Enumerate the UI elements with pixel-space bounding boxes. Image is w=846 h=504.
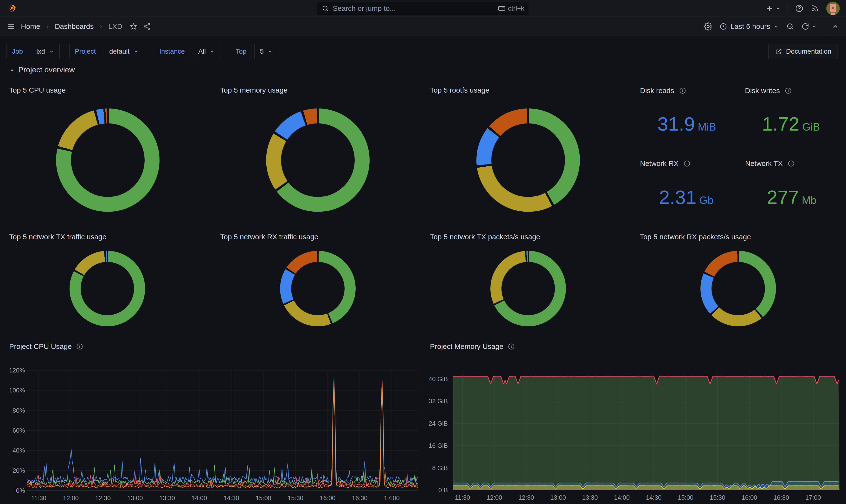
chevron-down-icon <box>210 49 215 54</box>
zoom-out-icon[interactable] <box>786 22 794 31</box>
variable-top-select[interactable]: 5 <box>254 44 278 59</box>
chevron-down-icon <box>49 49 54 54</box>
variable-job-label[interactable]: Job <box>6 44 29 59</box>
section-title: Project overview <box>18 66 75 74</box>
donut-chart-net-rx-packets[interactable] <box>701 251 776 326</box>
documentation-label: Documentation <box>786 48 831 55</box>
breadcrumb-home[interactable]: Home <box>21 22 40 31</box>
global-search[interactable]: ctrl+k <box>317 2 529 15</box>
stat-network-tx-title: Network TX <box>745 159 795 167</box>
svg-text:14:00: 14:00 <box>614 494 630 501</box>
info-icon[interactable] <box>679 87 686 94</box>
info-icon[interactable] <box>683 160 691 167</box>
svg-text:14:30: 14:30 <box>646 494 662 501</box>
share-icon[interactable] <box>143 23 151 30</box>
panel-title[interactable]: Top 5 network TX traffic usage <box>9 233 106 241</box>
time-range-picker[interactable]: Last 6 hours <box>719 22 779 31</box>
top-bar: ctrl+k <box>0 0 846 17</box>
svg-text:12:30: 12:30 <box>518 494 534 501</box>
donut-chart-net-tx-packets[interactable] <box>490 251 566 326</box>
panel-project-memory-usage: Project Memory Usage 0 B8 GiB16 GiB24 Gi… <box>421 339 846 504</box>
collapse-chevron-up-icon[interactable] <box>832 23 839 30</box>
panel-title[interactable]: Top 5 memory usage <box>220 86 287 94</box>
grafana-logo-icon[interactable] <box>6 3 17 14</box>
svg-text:16:00: 16:00 <box>320 494 335 502</box>
breadcrumb-separator: › <box>46 23 49 30</box>
panel-top5-memory-usage: Top 5 memory usage <box>211 79 420 226</box>
info-icon[interactable] <box>788 160 795 167</box>
stat-network-tx-value: 277Mb <box>767 186 817 209</box>
donut-chart-memory[interactable] <box>266 108 370 212</box>
panel-top5-net-tx-traffic: Top 5 network TX traffic usage <box>0 226 211 339</box>
variable-instance-select[interactable]: All <box>193 44 221 59</box>
panel-title[interactable]: Project CPU Usage <box>9 342 83 350</box>
info-icon[interactable] <box>508 343 515 350</box>
donut-chart-net-tx-traffic[interactable] <box>70 251 145 326</box>
refresh-button[interactable] <box>801 23 817 30</box>
svg-text:12:00: 12:00 <box>63 494 79 502</box>
breadcrumb-dashboards[interactable]: Dashboards <box>55 22 94 31</box>
variable-project-select[interactable]: default <box>104 44 144 59</box>
refresh-icon <box>801 23 809 30</box>
menu-hamburger-icon[interactable] <box>6 22 15 31</box>
star-favorite-icon[interactable] <box>130 23 137 30</box>
time-range-label: Last 6 hours <box>730 22 770 31</box>
cpu-usage-chart[interactable]: 0%20%40%60%80%100%120%11:3012:0012:3013:… <box>10 361 421 504</box>
svg-text:17:00: 17:00 <box>805 494 821 501</box>
stat-disk-writes-value: 1.72GiB <box>762 113 820 135</box>
panel-title[interactable]: Top 5 network RX packets/s usage <box>640 233 751 241</box>
variables-row: Job lxd Project default Instance All Top… <box>6 44 838 59</box>
svg-text:16:30: 16:30 <box>773 494 789 501</box>
variable-job-select[interactable]: lxd <box>31 44 60 59</box>
svg-text:15:30: 15:30 <box>288 494 303 502</box>
panel-title[interactable]: Project Memory Usage <box>430 342 515 350</box>
keyboard-icon <box>498 4 506 12</box>
variable-instance-label[interactable]: Instance <box>154 44 190 59</box>
svg-text:13:30: 13:30 <box>159 494 175 502</box>
svg-text:32 GiB: 32 GiB <box>429 397 448 405</box>
svg-text:15:30: 15:30 <box>709 494 725 501</box>
variable-project-label[interactable]: Project <box>69 44 101 59</box>
svg-text:16 GiB: 16 GiB <box>429 442 448 449</box>
documentation-button[interactable]: Documentation <box>769 44 838 59</box>
panel-top5-net-rx-packets: Top 5 network RX packets/s usage <box>631 226 846 339</box>
new-button[interactable] <box>765 4 780 13</box>
svg-text:16:30: 16:30 <box>352 494 367 502</box>
breadcrumb-separator: › <box>99 23 103 30</box>
svg-text:8 GiB: 8 GiB <box>432 464 448 471</box>
svg-text:14:00: 14:00 <box>191 494 207 502</box>
panel-top5-rootfs-usage: Top 5 rootfs usage <box>421 79 630 226</box>
search-input[interactable] <box>333 4 494 13</box>
svg-text:60%: 60% <box>13 427 25 434</box>
top-actions <box>765 0 840 17</box>
clock-icon <box>719 23 727 30</box>
donut-chart-cpu[interactable] <box>56 108 160 212</box>
news-rss-icon[interactable] <box>811 4 819 13</box>
svg-text:120%: 120% <box>10 367 25 374</box>
variable-top-label[interactable]: Top <box>230 44 252 59</box>
memory-usage-chart[interactable]: 0 B8 GiB16 GiB24 GiB32 GiB40 GiB11:3012:… <box>428 361 846 504</box>
info-icon[interactable] <box>785 87 792 94</box>
user-avatar[interactable] <box>826 2 840 15</box>
panel-title[interactable]: Top 5 network TX packets/s usage <box>430 233 540 241</box>
stat-disk-reads-title: Disk reads <box>640 87 686 95</box>
divider <box>788 4 788 13</box>
svg-text:12:30: 12:30 <box>95 494 111 502</box>
svg-text:0 B: 0 B <box>438 486 448 494</box>
panel-stats: Disk reads 31.9MiB Disk writes 1.72GiB N… <box>631 79 846 226</box>
info-icon[interactable] <box>76 343 83 350</box>
dashboard-settings-gear-icon[interactable] <box>704 22 712 31</box>
donut-chart-net-rx-traffic[interactable] <box>280 251 356 326</box>
panel-title[interactable]: Top 5 rootfs usage <box>430 86 489 94</box>
svg-text:16:00: 16:00 <box>742 494 757 501</box>
dashboard-nav-bar: Home › Dashboards › LXD Last 6 hours <box>0 17 846 36</box>
row-project-overview[interactable]: Project overview <box>9 66 75 74</box>
svg-text:14:30: 14:30 <box>224 494 239 502</box>
panel-title[interactable]: Top 5 network RX traffic usage <box>220 233 318 241</box>
svg-text:100%: 100% <box>10 386 25 394</box>
svg-text:80%: 80% <box>13 407 25 414</box>
svg-text:20%: 20% <box>13 467 25 474</box>
panel-title[interactable]: Top 5 CPU usage <box>9 86 66 94</box>
help-icon[interactable] <box>795 4 804 13</box>
donut-chart-rootfs[interactable] <box>476 108 580 212</box>
